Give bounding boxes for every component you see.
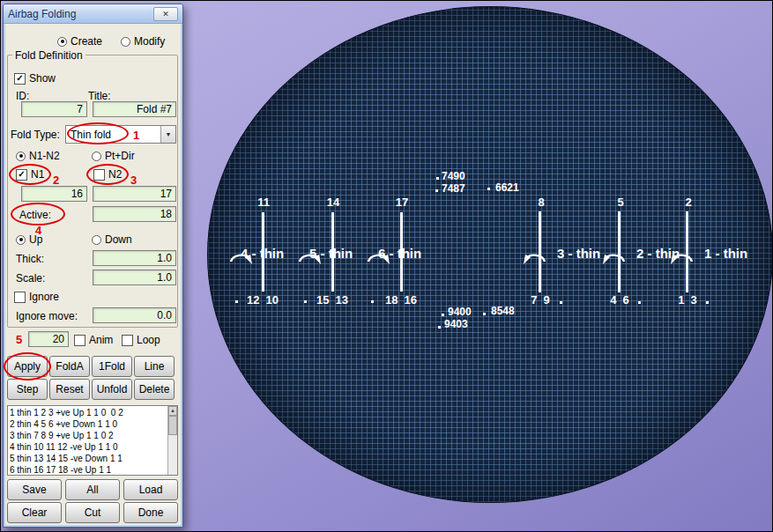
modify-radio[interactable]: Modify <box>121 35 165 48</box>
close-button[interactable]: ✕ <box>153 7 178 21</box>
fold-bottom-node-numbers: 1 3 <box>678 293 697 307</box>
scrollbar-thumb[interactable] <box>168 416 177 435</box>
node-number-label: 9400 <box>448 306 472 318</box>
fold-annotation-label: 3 - thin <box>557 246 600 261</box>
pt-dir-radio[interactable]: Pt+Dir <box>92 150 135 162</box>
fold-definition-legend: Fold Definition <box>12 49 85 62</box>
fold-top-node-number: 14 <box>327 196 339 209</box>
anim-checkbox[interactable]: Anim <box>74 334 113 346</box>
checkbox-icon <box>74 335 85 346</box>
fold-bottom-node-numbers: 4 6 <box>610 293 629 307</box>
fold-list-item[interactable]: 4 thin 10 11 12 -ve Up 1 1 0 <box>10 441 168 453</box>
done-button[interactable]: Done <box>123 502 178 523</box>
pt-dir-radio-label: Pt+Dir <box>105 150 135 162</box>
show-checkbox[interactable]: ✓ Show <box>14 72 56 85</box>
scale-label: Scale: <box>16 272 45 284</box>
frames-field[interactable]: 20 <box>28 331 69 347</box>
fold-direction-arrow-icon <box>521 248 547 265</box>
fold-top-node-number: 8 <box>538 196 544 209</box>
fold-type-combo[interactable]: Thin fold ▼ <box>65 125 176 144</box>
ignore-move-label: Ignore move: <box>16 310 78 322</box>
fold-list-item[interactable]: 5 thin 13 14 15 -ve Down 1 1 <box>10 453 168 464</box>
node-marker-dot <box>304 300 307 303</box>
loop-checkbox[interactable]: Loop <box>122 334 160 346</box>
fold-list-item[interactable]: 2 thin 4 5 6 +ve Down 1 1 0 <box>10 418 168 430</box>
fold-list-item[interactable]: 1 thin 1 2 3 +ve Up 1 1 0 0 2 <box>10 407 168 418</box>
n1-checkbox-label: N1 <box>31 168 44 181</box>
n1-n2-radio[interactable]: N1-N2 <box>16 150 60 162</box>
fold-direction-arrow-icon <box>600 248 627 265</box>
unfold-button[interactable]: Unfold <box>92 379 132 400</box>
node-marker-dot <box>436 177 439 180</box>
airbag-folding-dialog: Airbag Folding ✕ Create Modify Fold Defi… <box>3 4 183 528</box>
n2-checkbox[interactable]: N2 <box>93 168 122 181</box>
down-radio-label: Down <box>105 233 132 246</box>
annotation-number-5: 5 <box>16 333 22 346</box>
n1-checkbox[interactable]: ✓ N1 <box>16 168 44 181</box>
checkbox-icon <box>93 169 105 181</box>
loop-checkbox-label: Loop <box>137 334 160 346</box>
all-button[interactable]: All <box>65 479 120 500</box>
checkbox-checked-icon: ✓ <box>16 169 27 181</box>
n2-field[interactable]: 17 <box>93 186 176 202</box>
radio-selected-icon <box>16 235 26 245</box>
fold-top-node-number: 17 <box>396 196 408 209</box>
n1-n2-radio-label: N1-N2 <box>29 150 60 162</box>
list-scrollbar[interactable]: ▲ <box>167 406 177 475</box>
node-number-label: 7490 <box>442 170 465 182</box>
create-radio[interactable]: Create <box>57 35 102 48</box>
node-marker-dot <box>483 313 486 315</box>
show-checkbox-label: Show <box>29 72 56 85</box>
annotation-number-3: 3 <box>130 174 137 187</box>
node-marker-dot <box>371 300 374 303</box>
node-number-label: 8548 <box>491 305 515 317</box>
clear-button[interactable]: Clear <box>7 502 62 523</box>
annotation-number-4: 4 <box>35 224 41 237</box>
ignore-move-field[interactable]: 0.0 <box>93 307 176 323</box>
load-button[interactable]: Load <box>123 479 178 500</box>
down-radio[interactable]: Down <box>92 233 132 246</box>
fold-list-item[interactable]: 3 thin 7 8 9 +ve Up 1 1 0 2 <box>10 430 168 441</box>
scroll-up-icon[interactable]: ▲ <box>168 406 177 416</box>
checkbox-icon <box>122 335 133 346</box>
window-title: Airbag Folding <box>8 8 153 20</box>
checkbox-checked-icon: ✓ <box>14 73 26 85</box>
fold-bottom-node-numbers: 7 9 <box>531 293 550 307</box>
reset-button[interactable]: Reset <box>49 379 90 400</box>
fold-top-node-number: 11 <box>257 196 270 209</box>
node-marker-dot <box>638 301 641 304</box>
radio-icon <box>92 151 101 161</box>
n1-field[interactable]: 16 <box>21 186 87 202</box>
ignore-checkbox[interactable]: Ignore <box>14 291 59 303</box>
title-bar[interactable]: Airbag Folding ✕ <box>4 4 182 24</box>
node-marker-dot <box>442 314 444 316</box>
1fold-button[interactable]: 1Fold <box>92 356 132 377</box>
ignore-checkbox-label: Ignore <box>29 291 59 303</box>
fold-bottom-node-numbers: 12 10 <box>247 293 279 307</box>
fold-annotation-label: 5 - thin <box>309 246 353 261</box>
node-number-label: 9403 <box>444 318 468 330</box>
thick-label: Thick: <box>16 253 44 265</box>
apply-button[interactable]: Apply <box>7 356 48 377</box>
save-button[interactable]: Save <box>7 479 62 500</box>
thick-field[interactable]: 1.0 <box>93 250 176 266</box>
anim-checkbox-label: Anim <box>89 334 113 346</box>
title-field[interactable]: Fold #7 <box>93 101 176 117</box>
create-radio-label: Create <box>71 35 102 48</box>
fold-annotation-label: 6 - thin <box>378 246 421 261</box>
step-button[interactable]: Step <box>7 379 48 400</box>
radio-selected-icon <box>57 37 67 47</box>
checkbox-icon <box>14 292 26 303</box>
folda-button[interactable]: FoldA <box>49 356 90 377</box>
delete-button[interactable]: Delete <box>134 379 175 400</box>
line-button[interactable]: Line <box>134 356 175 377</box>
cut-button[interactable]: Cut <box>65 502 120 523</box>
node-marker-dot <box>560 301 562 304</box>
fold-annotation-label: 4 - thin <box>241 246 284 261</box>
fold-list[interactable]: 1 thin 1 2 3 +ve Up 1 1 0 0 2 2 thin 4 5… <box>7 405 178 476</box>
fold-type-dropdown-button[interactable]: ▼ <box>160 126 175 143</box>
fold-list-item[interactable]: 6 thin 16 17 18 -ve Up 1 1 <box>10 464 168 476</box>
scale-field[interactable]: 1.0 <box>93 270 176 285</box>
active-field[interactable]: 18 <box>93 206 176 222</box>
id-field[interactable]: 7 <box>21 101 87 117</box>
